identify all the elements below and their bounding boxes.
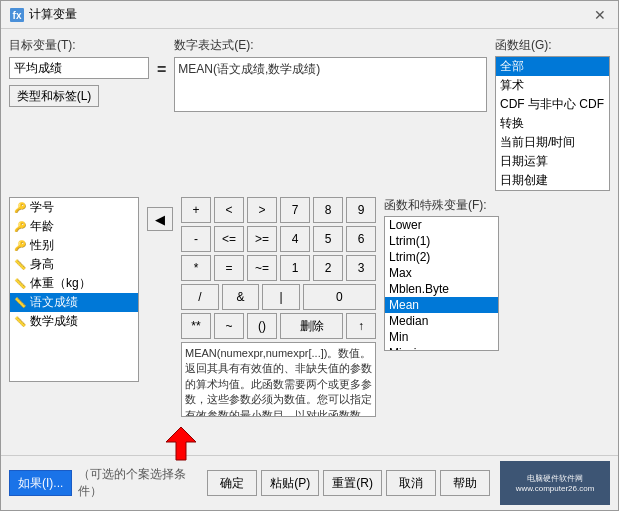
calc-row-3: * = ~= 1 2 3	[181, 255, 376, 281]
func-group-list[interactable]: 全部 算术 CDF 与非中心 CDF 转换 当前日期/时间 日期运算 日期创建	[495, 56, 610, 191]
calc-row-1: + < > 7 8 9	[181, 197, 376, 223]
func-group-section: 函数组(G): 全部 算术 CDF 与非中心 CDF 转换 当前日期/时间 日期…	[495, 37, 610, 191]
confirm-button[interactable]: 确定	[207, 470, 257, 496]
var-label-shuxue: 数学成绩	[30, 313, 78, 330]
calc-row-4: / & | 0	[181, 284, 376, 310]
func-var-median[interactable]: Median	[385, 313, 498, 329]
btn-3[interactable]: 3	[346, 255, 376, 281]
btn-up[interactable]: ↑	[346, 313, 376, 339]
btn-minus[interactable]: -	[181, 226, 211, 252]
btn-7[interactable]: 7	[280, 197, 310, 223]
target-var-input[interactable]	[9, 57, 149, 79]
action-buttons: 确定 粘贴(P) 重置(R) 取消 帮助	[207, 470, 490, 496]
btn-lt[interactable]: <	[214, 197, 244, 223]
btn-neq[interactable]: ~=	[247, 255, 277, 281]
func-group-label: 函数组(G):	[495, 37, 610, 54]
variable-list[interactable]: 🔑 学号 🔑 年龄 🔑 性别 📏 身高	[9, 197, 139, 382]
compute-variable-dialog: fx 计算变量 ✕ 目标变量(T): 类型和标签(L) = 数字表达式(E): …	[0, 0, 619, 511]
func-group-item-datecreate[interactable]: 日期创建	[496, 171, 609, 190]
watermark: 电脑硬件软件网www.computer26.com	[500, 461, 610, 505]
expression-label: 数字表达式(E):	[174, 37, 487, 54]
help-button[interactable]: 帮助	[440, 470, 490, 496]
func-var-lower[interactable]: Lower	[385, 217, 498, 233]
var-label-shengao: 身高	[30, 256, 54, 273]
btn-6[interactable]: 6	[346, 226, 376, 252]
func-group-item-all[interactable]: 全部	[496, 57, 609, 76]
func-var-missing[interactable]: Missing	[385, 345, 498, 351]
func-var-label: 函数和特殊变量(F):	[384, 197, 499, 214]
desc-row: MEAN(numexpr,numexpr[...])。数值。返回其具有有效值的、…	[181, 342, 376, 417]
calc-pad: + < > 7 8 9 - <= >= 4 5 6 * =	[181, 197, 376, 417]
func-group-item-cdf[interactable]: CDF 与非中心 CDF	[496, 95, 609, 114]
func-var-min[interactable]: Min	[385, 329, 498, 345]
svg-text:fx: fx	[13, 10, 22, 21]
btn-1[interactable]: 1	[280, 255, 310, 281]
type-label-button[interactable]: 类型和标签(L)	[9, 85, 99, 107]
btn-eq[interactable]: =	[214, 255, 244, 281]
expression-input[interactable]: MEAN(语文成绩,数学成绩)	[174, 57, 487, 112]
watermark-text: 电脑硬件软件网www.computer26.com	[516, 473, 595, 493]
var-label-xingbie: 性别	[30, 237, 54, 254]
expression-section: 数字表达式(E): MEAN(语文成绩,数学成绩)	[174, 37, 487, 112]
var-label-tizhong: 体重（kg）	[30, 275, 91, 292]
top-row: 目标变量(T): 类型和标签(L) = 数字表达式(E): MEAN(语文成绩,…	[9, 37, 610, 191]
func-var-ltrim1[interactable]: Ltrim(1)	[385, 233, 498, 249]
arrow-button-col: ◀	[147, 197, 173, 417]
btn-parens[interactable]: ()	[247, 313, 277, 339]
btn-delete[interactable]: 删除	[280, 313, 343, 339]
insert-var-button[interactable]: ◀	[147, 207, 173, 231]
target-var-label: 目标变量(T):	[9, 37, 149, 54]
close-button[interactable]: ✕	[590, 5, 610, 25]
func-var-section: 函数和特殊变量(F): Lower Ltrim(1) Ltrim(2) Max …	[384, 197, 499, 417]
middle-row: 🔑 学号 🔑 年龄 🔑 性别 📏 身高	[9, 197, 610, 417]
btn-2[interactable]: 2	[313, 255, 343, 281]
var-icon-xuehao: 🔑	[13, 201, 27, 215]
btn-or[interactable]: |	[262, 284, 300, 310]
func-group-item-dateops[interactable]: 日期运算	[496, 152, 609, 171]
btn-plus[interactable]: +	[181, 197, 211, 223]
btn-5[interactable]: 5	[313, 226, 343, 252]
btn-power[interactable]: **	[181, 313, 211, 339]
var-label-xuehao: 学号	[30, 199, 54, 216]
var-item-nianling[interactable]: 🔑 年龄	[10, 217, 138, 236]
if-button[interactable]: 如果(I)...	[9, 470, 72, 496]
var-item-xuehao[interactable]: 🔑 学号	[10, 198, 138, 217]
func-var-mean[interactable]: Mean	[385, 297, 498, 313]
cancel-button[interactable]: 取消	[386, 470, 436, 496]
var-list-section: 🔑 学号 🔑 年龄 🔑 性别 📏 身高	[9, 197, 139, 417]
func-var-ltrim2[interactable]: Ltrim(2)	[385, 249, 498, 265]
btn-divide[interactable]: /	[181, 284, 219, 310]
calc-row-5: ** ~ () 删除 ↑	[181, 313, 376, 339]
func-group-item-arithmetic[interactable]: 算术	[496, 76, 609, 95]
description-area: MEAN(numexpr,numexpr[...])。数值。返回其具有有效值的、…	[181, 342, 376, 417]
paste-button[interactable]: 粘贴(P)	[261, 470, 319, 496]
btn-8[interactable]: 8	[313, 197, 343, 223]
dialog-icon: fx	[9, 7, 25, 23]
var-item-shengao[interactable]: 📏 身高	[10, 255, 138, 274]
calc-row-2: - <= >= 4 5 6	[181, 226, 376, 252]
title-bar: fx 计算变量 ✕	[1, 1, 618, 29]
btn-4[interactable]: 4	[280, 226, 310, 252]
func-var-list[interactable]: Lower Ltrim(1) Ltrim(2) Max Mblen.Byte M…	[384, 216, 499, 351]
var-item-yuwen[interactable]: 📏 语文成绩	[10, 293, 138, 312]
var-icon-yuwen: 📏	[13, 296, 27, 310]
btn-9[interactable]: 9	[346, 197, 376, 223]
func-group-item-datetime[interactable]: 当前日期/时间	[496, 133, 609, 152]
var-item-shuxue[interactable]: 📏 数学成绩	[10, 312, 138, 331]
func-group-item-convert[interactable]: 转换	[496, 114, 609, 133]
func-var-mblenbyte[interactable]: Mblen.Byte	[385, 281, 498, 297]
var-item-xingbie[interactable]: 🔑 性别	[10, 236, 138, 255]
var-icon-shengao: 📏	[13, 258, 27, 272]
func-var-max[interactable]: Max	[385, 265, 498, 281]
btn-and[interactable]: &	[222, 284, 260, 310]
btn-multiply[interactable]: *	[181, 255, 211, 281]
var-label-nianling: 年龄	[30, 218, 54, 235]
btn-gt[interactable]: >	[247, 197, 277, 223]
btn-0[interactable]: 0	[303, 284, 376, 310]
btn-lte[interactable]: <=	[214, 226, 244, 252]
var-item-tizhong[interactable]: 📏 体重（kg）	[10, 274, 138, 293]
reset-button[interactable]: 重置(R)	[323, 470, 382, 496]
btn-gte[interactable]: >=	[247, 226, 277, 252]
equals-sign: =	[157, 61, 166, 79]
btn-tilde[interactable]: ~	[214, 313, 244, 339]
